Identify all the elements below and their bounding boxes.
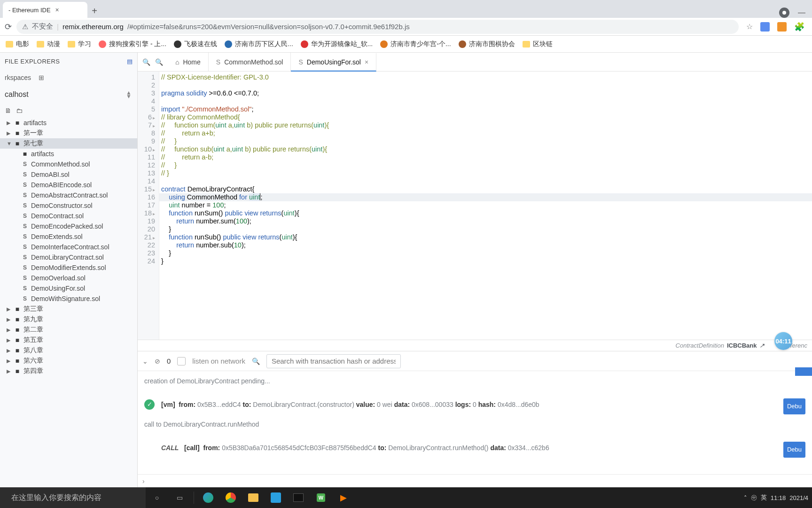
folder-artifacts-c7[interactable]: ■artifacts	[0, 149, 137, 159]
docs-icon[interactable]: ▤	[127, 58, 133, 65]
folder-item[interactable]: ▶■第三章	[0, 304, 137, 314]
edge-icon[interactable]	[197, 487, 219, 508]
bookmark-item[interactable]: 济南市青少年宫-个...	[380, 40, 451, 48]
profile-icon[interactable]	[779, 8, 789, 18]
bookmark-item[interactable]: 飞极速在线	[174, 40, 217, 48]
terminal-icon[interactable]	[287, 487, 310, 508]
chrome-icon[interactable]	[219, 487, 242, 508]
file-item[interactable]: SDemoExtends.sol	[0, 231, 137, 242]
file-item[interactable]: SDemoOverload.sol	[0, 273, 137, 283]
chevron-icon[interactable]: ⌄	[142, 357, 148, 365]
bookmark-item[interactable]: 搜狗搜索引擎 - 上...	[99, 40, 166, 48]
favicon-icon	[459, 40, 466, 48]
folder-icon	[68, 41, 75, 48]
file-item[interactable]: SDemoConstructor.sol	[0, 200, 137, 211]
zoom-in-icon[interactable]: 🔍	[155, 58, 163, 66]
bookmark-item[interactable]: 电影	[6, 40, 29, 48]
bookmark-item[interactable]: 区块链	[523, 40, 553, 48]
url-field[interactable]: ⚠ 不安全 | remix.ethereum.org/#optimize=fal…	[16, 20, 739, 34]
folder-artifacts[interactable]: ▶■artifacts	[0, 118, 137, 128]
debug-button[interactable]: Debu	[783, 398, 805, 414]
video-timestamp-bubble: 04:11	[774, 332, 792, 350]
file-item[interactable]: SDemoWithSignature.sol	[0, 294, 137, 304]
workspaces-label: rkspaces	[5, 74, 31, 81]
terminal-input-row[interactable]: ›	[138, 474, 812, 487]
tab-home[interactable]: ⌂ Home	[168, 53, 209, 71]
bookmark-item[interactable]: 济南市历下区人民...	[225, 40, 293, 48]
add-workspace-icon[interactable]: ⊞	[39, 74, 44, 81]
tab-commonmethod[interactable]: S CommonMethod.sol	[209, 53, 291, 71]
new-file-icon[interactable]: 🗎	[5, 107, 11, 114]
file-item[interactable]: SDemoABIEncode.sol	[0, 180, 137, 190]
new-folder-icon[interactable]: 🗀	[16, 107, 23, 114]
file-item[interactable]: SDemoInterfaceContract.sol	[0, 242, 137, 252]
close-icon[interactable]: ×	[365, 58, 368, 66]
bookmark-item[interactable]: 华为开源镜像站_软...	[301, 40, 373, 48]
taskbar-search[interactable]: 在这里输入你要搜索的内容	[0, 487, 146, 508]
listen-checkbox[interactable]	[177, 357, 186, 365]
search-icon[interactable]: 🔍	[252, 357, 260, 365]
folder-chapter1[interactable]: ▶■第一章	[0, 128, 137, 138]
favicon-icon	[301, 40, 308, 48]
code-editor[interactable]: 123456789101112131415161718192021222324 …	[138, 71, 812, 340]
share-icon[interactable]: ↗	[759, 342, 765, 349]
windows-taskbar: 在这里输入你要搜索的内容 ○ ▭ W ▶ ˄ ㊥ 英 11:18 2021/4	[0, 487, 812, 508]
solidity-icon: S	[22, 213, 28, 219]
debug-button[interactable]: Debu	[783, 442, 805, 458]
bookmark-item[interactable]: 动漫	[37, 40, 60, 48]
solidity-icon: S	[216, 58, 220, 66]
folder-icon	[37, 41, 44, 48]
taskbar-date: 2021/4	[789, 494, 808, 501]
workspace-name: calhost	[5, 90, 29, 99]
close-icon[interactable]: ×	[55, 6, 59, 14]
folder-item[interactable]: ▶■第四章	[0, 366, 137, 376]
file-item[interactable]: SDemoABI.sol	[0, 169, 137, 180]
folder-item[interactable]: ▶■第二章	[0, 325, 137, 335]
bookmarks-bar: 电影 动漫 学习 搜狗搜索引擎 - 上... 飞极速在线 济南市历下区人民...…	[0, 36, 812, 53]
log-line: call to DemoLibraryContract.runMethod	[144, 418, 805, 430]
code-content[interactable]: // SPDX-License-Identifier: GPL-3.0 prag…	[159, 71, 812, 340]
new-tab-button[interactable]: +	[87, 4, 102, 18]
app-icon[interactable]	[265, 487, 287, 508]
file-item[interactable]: SCommonMethod.sol	[0, 159, 137, 169]
browser-tab[interactable]: - Ethereum IDE ×	[3, 2, 87, 18]
folder-item[interactable]: ▶■第六章	[0, 356, 137, 366]
folder-chapter7[interactable]: ▼■第七章	[0, 138, 137, 149]
star-icon[interactable]: ☆	[746, 22, 753, 31]
wps-icon[interactable]: W	[310, 487, 332, 508]
favicon-icon	[174, 40, 181, 48]
reload-icon[interactable]: ⟳	[5, 22, 12, 32]
file-item[interactable]: SDemoUsingFor.sol	[0, 283, 137, 294]
bookmark-item[interactable]: 济南市围棋协会	[459, 40, 515, 48]
folder-item[interactable]: ▶■第九章	[0, 314, 137, 325]
not-secure-label: 不安全	[32, 22, 53, 31]
terminal-output[interactable]: creation of DemoLibraryContract pending.…	[138, 371, 812, 474]
zoom-out-icon[interactable]: 🔍	[142, 58, 150, 66]
file-item[interactable]: SDemoEncodePacked.sol	[0, 221, 137, 231]
ext1-icon[interactable]	[760, 22, 770, 32]
file-item[interactable]: SDemoAbstractContract.sol	[0, 190, 137, 200]
tab-demousingfor[interactable]: S DemoUsingFor.sol ×	[291, 53, 376, 71]
tx-search-input[interactable]	[266, 354, 401, 368]
terminal-panel: ⌄ ⊘ 0 listen on network 🔍 creation of De…	[138, 351, 812, 487]
explorer-icon[interactable]	[242, 487, 265, 508]
cortana-icon[interactable]: ○	[146, 487, 168, 508]
ime-lang[interactable]: 英	[761, 493, 767, 502]
folder-item[interactable]: ▶■第八章	[0, 345, 137, 356]
solidity-icon: S	[22, 171, 28, 178]
workspace-select[interactable]: calhost ▲▼	[0, 86, 137, 103]
ext2-icon[interactable]	[777, 22, 787, 32]
file-item[interactable]: SDemoModifierExtends.sol	[0, 262, 137, 273]
minimize-icon[interactable]: —	[798, 8, 805, 17]
folder-item[interactable]: ▶■第五章	[0, 335, 137, 345]
tray-up-icon[interactable]: ˄	[744, 494, 747, 501]
file-item[interactable]: SDemoLibraryContract.sol	[0, 252, 137, 262]
taskview-icon[interactable]: ▭	[168, 487, 191, 508]
extensions-icon[interactable]: 🧩	[794, 22, 804, 32]
file-item[interactable]: SDemoContract.sol	[0, 211, 137, 221]
player-icon[interactable]: ▶	[332, 487, 355, 508]
editor-statusbar: ContractDefinition ICBCBank ↗ 0 referenc	[138, 340, 812, 351]
ime-icon[interactable]: ㊥	[751, 493, 757, 502]
bookmark-item[interactable]: 学习	[68, 40, 91, 48]
clear-icon[interactable]: ⊘	[155, 357, 160, 365]
